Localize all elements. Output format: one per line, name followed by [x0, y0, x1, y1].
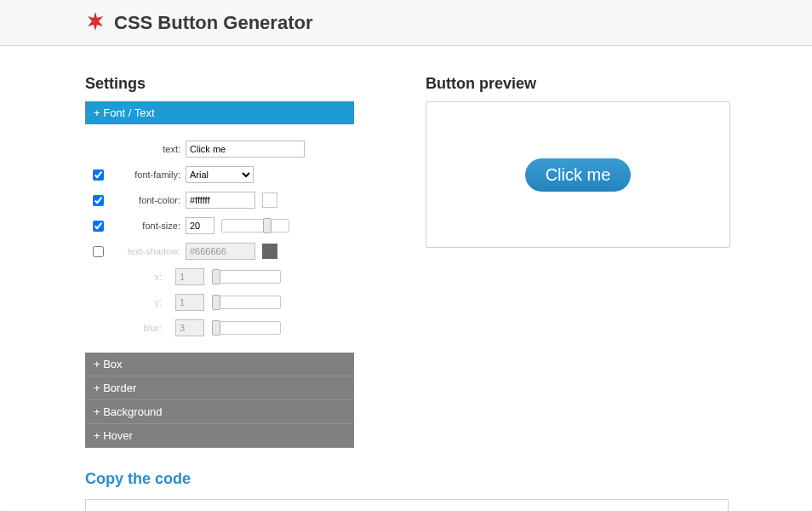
section-box[interactable]: + Box — [85, 353, 354, 376]
app-header: CSS Button Generator — [0, 0, 812, 46]
section-hover[interactable]: + Hover — [85, 424, 354, 448]
font-size-label: font-size: — [111, 221, 186, 231]
text-shadow-blur-input[interactable] — [175, 319, 204, 336]
text-label: text: — [111, 144, 186, 154]
app-title: CSS Button Generator — [114, 12, 312, 34]
text-shadow-label: text-shadow: — [111, 246, 186, 256]
font-size-checkbox[interactable] — [93, 221, 104, 232]
font-family-select[interactable]: Arial — [186, 166, 254, 183]
font-family-label: font-family: — [111, 169, 186, 180]
font-color-checkbox[interactable] — [93, 195, 104, 206]
text-shadow-blur-slider[interactable] — [213, 321, 281, 335]
settings-panel: + Font / Text text: font-family: — [85, 101, 354, 448]
text-shadow-checkbox[interactable] — [93, 246, 104, 257]
text-shadow-x-label: x: — [85, 272, 167, 282]
copy-code-box[interactable] — [85, 499, 729, 511]
text-input[interactable] — [186, 141, 305, 158]
font-size-input[interactable] — [186, 217, 214, 234]
text-shadow-y-slider[interactable] — [213, 296, 281, 309]
section-background[interactable]: + Background — [85, 400, 354, 424]
text-shadow-blur-label: blur: — [85, 323, 167, 333]
font-color-swatch[interactable] — [262, 192, 277, 208]
text-shadow-x-input[interactable] — [175, 268, 204, 285]
text-shadow-x-slider[interactable] — [213, 270, 281, 284]
section-font-text-body: text: font-family: Arial — [85, 124, 354, 353]
section-font-text[interactable]: + Font / Text — [85, 101, 354, 124]
svg-marker-0 — [88, 12, 103, 31]
star-icon — [85, 11, 106, 35]
text-shadow-y-label: y: — [85, 297, 167, 307]
text-shadow-swatch[interactable] — [262, 244, 277, 259]
font-color-label: font-color: — [111, 195, 186, 205]
text-shadow-y-input[interactable] — [175, 294, 204, 311]
font-size-slider[interactable] — [221, 219, 289, 233]
preview-box: Click me — [426, 101, 730, 248]
text-shadow-color-input[interactable] — [186, 243, 255, 260]
preview-button[interactable]: Click me — [525, 158, 632, 192]
section-border[interactable]: + Border — [85, 376, 354, 400]
settings-heading: Settings — [85, 75, 354, 93]
font-color-input[interactable] — [186, 192, 255, 209]
copy-code-heading: Copy the code — [85, 470, 354, 488]
preview-heading: Button preview — [426, 75, 730, 93]
font-family-checkbox[interactable] — [93, 169, 104, 181]
